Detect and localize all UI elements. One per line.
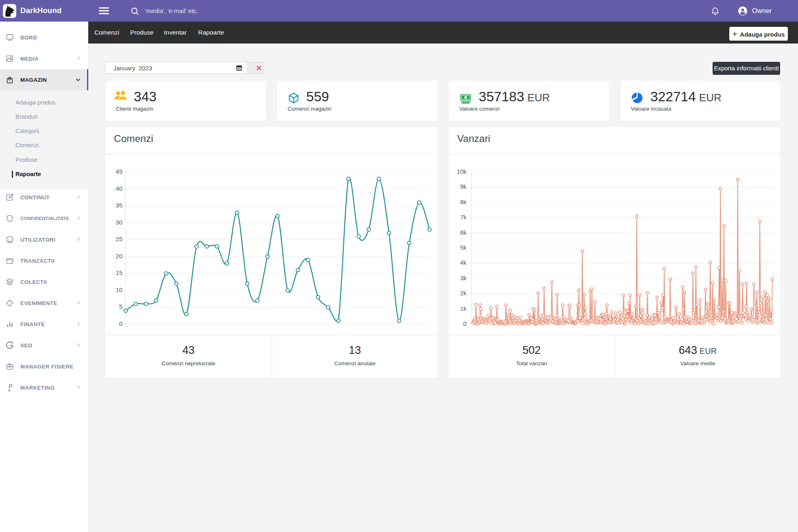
svg-text:5: 5 bbox=[119, 303, 122, 310]
svg-text:9k: 9k bbox=[460, 183, 467, 190]
svg-text:45: 45 bbox=[116, 168, 122, 175]
svg-text:4k: 4k bbox=[460, 259, 467, 266]
svg-text:6k: 6k bbox=[460, 229, 467, 236]
svg-text:0: 0 bbox=[463, 320, 467, 327]
svg-text:7k: 7k bbox=[460, 214, 467, 220]
svg-text:30: 30 bbox=[116, 219, 122, 226]
svg-text:15: 15 bbox=[116, 269, 122, 276]
svg-text:0: 0 bbox=[119, 320, 122, 327]
svg-text:25: 25 bbox=[116, 235, 122, 242]
svg-text:20: 20 bbox=[116, 253, 122, 259]
svg-text:10k: 10k bbox=[457, 168, 467, 175]
svg-text:10: 10 bbox=[116, 286, 122, 293]
svg-text:5k: 5k bbox=[460, 244, 467, 251]
svg-text:3k: 3k bbox=[460, 275, 467, 281]
svg-text:2k: 2k bbox=[460, 290, 467, 297]
svg-text:35: 35 bbox=[116, 202, 122, 209]
svg-text:1k: 1k bbox=[460, 305, 467, 312]
svg-text:8k: 8k bbox=[460, 198, 467, 205]
svg-text:40: 40 bbox=[116, 185, 122, 192]
